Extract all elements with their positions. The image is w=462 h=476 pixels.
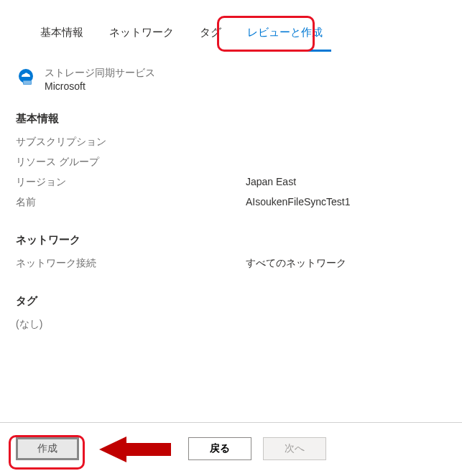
back-button[interactable]: 戻る xyxy=(188,437,251,460)
row-region: リージョン Japan East xyxy=(16,176,446,189)
svg-rect-2 xyxy=(24,82,31,83)
row-name: 名前 AIsoukenFileSyncTest1 xyxy=(16,196,446,209)
create-button[interactable]: 作成 xyxy=(16,437,79,460)
row-network-conn: ネットワーク接続 すべてのネットワーク xyxy=(16,257,446,270)
svg-rect-1 xyxy=(23,80,32,85)
service-header: ストレージ同期サービス Microsoft xyxy=(0,52,462,99)
region-value: Japan East xyxy=(246,176,296,189)
resource-group-label: リソース グループ xyxy=(16,156,246,169)
next-button: 次へ xyxy=(263,437,326,460)
network-conn-label: ネットワーク接続 xyxy=(16,257,246,270)
section-tag-title: タグ xyxy=(16,294,446,308)
section-network: ネットワーク ネットワーク接続 すべてのネットワーク xyxy=(0,220,462,281)
subscription-label: サブスクリプション xyxy=(16,136,246,149)
region-label: リージョン xyxy=(16,176,246,189)
name-value: AIsoukenFileSyncTest1 xyxy=(246,196,351,209)
tab-basic[interactable]: 基本情報 xyxy=(32,20,92,52)
section-basic-title: 基本情報 xyxy=(16,112,446,126)
tab-tag[interactable]: タグ xyxy=(191,20,230,52)
footer-bar: 作成 戻る 次へ xyxy=(0,422,462,476)
name-label: 名前 xyxy=(16,196,246,209)
row-resource-group: リソース グループ xyxy=(16,156,446,169)
tab-network[interactable]: ネットワーク xyxy=(101,20,183,52)
svg-rect-3 xyxy=(24,83,31,84)
section-network-title: ネットワーク xyxy=(16,233,446,247)
row-subscription: サブスクリプション xyxy=(16,136,446,149)
tab-review-create[interactable]: レビューと作成 xyxy=(239,20,331,52)
service-title: ストレージ同期サービス xyxy=(45,66,155,80)
section-basic: 基本情報 サブスクリプション リソース グループ リージョン Japan Eas… xyxy=(0,99,462,220)
tag-none: (なし) xyxy=(16,318,446,331)
storage-sync-icon xyxy=(16,67,36,88)
tab-bar: 基本情報 ネットワーク タグ レビューと作成 xyxy=(0,0,462,52)
section-tag: タグ (なし) xyxy=(0,281,462,335)
network-conn-value: すべてのネットワーク xyxy=(246,257,346,270)
service-publisher: Microsoft xyxy=(45,80,155,92)
